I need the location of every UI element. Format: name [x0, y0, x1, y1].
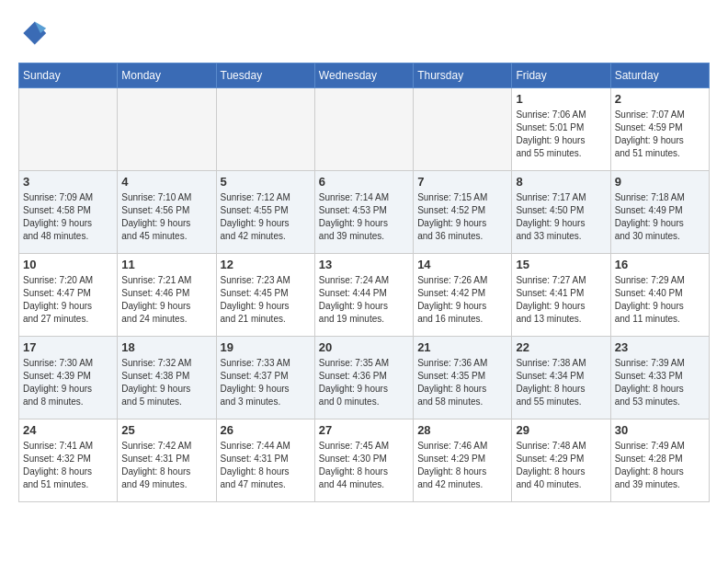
day-number: 27 [319, 423, 409, 437]
day-number: 10 [23, 258, 113, 271]
day-number: 24 [23, 423, 113, 437]
svg-marker-0 [23, 22, 46, 45]
weekday-header-thursday: Thursday [414, 63, 512, 88]
calendar-cell: 14Sunrise: 7:26 AM Sunset: 4:42 PM Dayli… [414, 254, 512, 337]
day-number: 23 [615, 340, 705, 354]
day-info: Sunrise: 7:30 AM Sunset: 4:39 PM Dayligh… [23, 357, 113, 408]
calendar-cell: 16Sunrise: 7:29 AM Sunset: 4:40 PM Dayli… [610, 254, 709, 337]
calendar-cell [414, 88, 512, 171]
day-info: Sunrise: 7:42 AM Sunset: 4:31 PM Dayligh… [121, 440, 211, 491]
day-info: Sunrise: 7:20 AM Sunset: 4:47 PM Dayligh… [23, 274, 113, 326]
calendar-cell: 26Sunrise: 7:44 AM Sunset: 4:31 PM Dayli… [216, 419, 314, 502]
day-number: 18 [121, 340, 211, 354]
day-info: Sunrise: 7:07 AM Sunset: 4:59 PM Dayligh… [615, 109, 705, 160]
calendar-cell [314, 88, 413, 171]
weekday-header-tuesday: Tuesday [216, 63, 314, 88]
calendar-cell: 27Sunrise: 7:45 AM Sunset: 4:30 PM Dayli… [314, 419, 413, 502]
day-number: 28 [417, 423, 507, 437]
calendar-cell: 29Sunrise: 7:48 AM Sunset: 4:29 PM Dayli… [512, 419, 610, 502]
day-number: 3 [23, 175, 113, 189]
day-number: 25 [121, 423, 211, 437]
calendar-cell: 24Sunrise: 7:41 AM Sunset: 4:32 PM Dayli… [19, 419, 118, 502]
calendar-cell: 28Sunrise: 7:46 AM Sunset: 4:29 PM Dayli… [414, 419, 512, 502]
day-number: 11 [121, 258, 211, 271]
day-number: 29 [516, 423, 606, 437]
week-row-3: 10Sunrise: 7:20 AM Sunset: 4:47 PM Dayli… [19, 254, 710, 337]
day-info: Sunrise: 7:39 AM Sunset: 4:33 PM Dayligh… [615, 357, 705, 408]
day-number: 19 [221, 340, 311, 354]
day-info: Sunrise: 7:29 AM Sunset: 4:40 PM Dayligh… [615, 274, 705, 326]
calendar-cell: 15Sunrise: 7:27 AM Sunset: 4:41 PM Dayli… [512, 254, 610, 337]
day-number: 4 [121, 175, 211, 189]
week-row-1: 1Sunrise: 7:06 AM Sunset: 5:01 PM Daylig… [19, 88, 710, 171]
calendar-cell: 20Sunrise: 7:35 AM Sunset: 4:36 PM Dayli… [314, 337, 413, 419]
calendar-cell: 5Sunrise: 7:12 AM Sunset: 4:55 PM Daylig… [216, 171, 314, 254]
calendar-cell [118, 88, 216, 171]
calendar-cell: 8Sunrise: 7:17 AM Sunset: 4:50 PM Daylig… [512, 171, 610, 254]
day-info: Sunrise: 7:48 AM Sunset: 4:29 PM Dayligh… [516, 440, 606, 491]
day-number: 14 [417, 258, 507, 271]
calendar-cell: 3Sunrise: 7:09 AM Sunset: 4:58 PM Daylig… [19, 171, 118, 254]
logo-icon [18, 18, 48, 48]
calendar-cell: 2Sunrise: 7:07 AM Sunset: 4:59 PM Daylig… [610, 88, 709, 171]
day-info: Sunrise: 7:14 AM Sunset: 4:53 PM Dayligh… [319, 191, 409, 243]
weekday-header-monday: Monday [118, 63, 216, 88]
calendar-cell: 1Sunrise: 7:06 AM Sunset: 5:01 PM Daylig… [512, 88, 610, 171]
day-info: Sunrise: 7:23 AM Sunset: 4:45 PM Dayligh… [221, 274, 311, 326]
day-info: Sunrise: 7:36 AM Sunset: 4:35 PM Dayligh… [417, 357, 507, 408]
calendar-cell: 17Sunrise: 7:30 AM Sunset: 4:39 PM Dayli… [19, 337, 118, 419]
day-number: 30 [615, 423, 705, 437]
calendar-cell: 21Sunrise: 7:36 AM Sunset: 4:35 PM Dayli… [414, 337, 512, 419]
day-info: Sunrise: 7:06 AM Sunset: 5:01 PM Dayligh… [516, 109, 606, 160]
day-info: Sunrise: 7:38 AM Sunset: 4:34 PM Dayligh… [516, 357, 606, 408]
day-number: 22 [516, 340, 606, 354]
day-info: Sunrise: 7:27 AM Sunset: 4:41 PM Dayligh… [516, 274, 606, 326]
calendar-cell [216, 88, 314, 171]
day-info: Sunrise: 7:26 AM Sunset: 4:42 PM Dayligh… [417, 274, 507, 326]
day-number: 8 [516, 175, 606, 189]
page-header [18, 18, 710, 48]
day-number: 1 [516, 92, 606, 106]
day-info: Sunrise: 7:32 AM Sunset: 4:38 PM Dayligh… [121, 357, 211, 408]
week-row-2: 3Sunrise: 7:09 AM Sunset: 4:58 PM Daylig… [19, 171, 710, 254]
calendar-cell: 9Sunrise: 7:18 AM Sunset: 4:49 PM Daylig… [610, 171, 709, 254]
week-row-5: 24Sunrise: 7:41 AM Sunset: 4:32 PM Dayli… [19, 419, 710, 502]
day-number: 15 [516, 258, 606, 271]
calendar-cell: 6Sunrise: 7:14 AM Sunset: 4:53 PM Daylig… [314, 171, 413, 254]
day-number: 17 [23, 340, 113, 354]
day-info: Sunrise: 7:24 AM Sunset: 4:44 PM Dayligh… [319, 274, 409, 326]
calendar-cell: 10Sunrise: 7:20 AM Sunset: 4:47 PM Dayli… [19, 254, 118, 337]
day-info: Sunrise: 7:09 AM Sunset: 4:58 PM Dayligh… [23, 191, 113, 243]
week-row-4: 17Sunrise: 7:30 AM Sunset: 4:39 PM Dayli… [19, 337, 710, 419]
logo [18, 18, 51, 48]
day-info: Sunrise: 7:46 AM Sunset: 4:29 PM Dayligh… [417, 440, 507, 491]
calendar-cell: 25Sunrise: 7:42 AM Sunset: 4:31 PM Dayli… [118, 419, 216, 502]
calendar-cell: 23Sunrise: 7:39 AM Sunset: 4:33 PM Dayli… [610, 337, 709, 419]
day-info: Sunrise: 7:18 AM Sunset: 4:49 PM Dayligh… [615, 191, 705, 243]
day-info: Sunrise: 7:49 AM Sunset: 4:28 PM Dayligh… [615, 440, 705, 491]
calendar-cell: 30Sunrise: 7:49 AM Sunset: 4:28 PM Dayli… [610, 419, 709, 502]
day-number: 21 [417, 340, 507, 354]
day-info: Sunrise: 7:17 AM Sunset: 4:50 PM Dayligh… [516, 191, 606, 243]
day-info: Sunrise: 7:10 AM Sunset: 4:56 PM Dayligh… [121, 191, 211, 243]
calendar-cell: 4Sunrise: 7:10 AM Sunset: 4:56 PM Daylig… [118, 171, 216, 254]
day-info: Sunrise: 7:41 AM Sunset: 4:32 PM Dayligh… [23, 440, 113, 491]
weekday-header-saturday: Saturday [610, 63, 709, 88]
calendar-cell: 12Sunrise: 7:23 AM Sunset: 4:45 PM Dayli… [216, 254, 314, 337]
day-number: 7 [417, 175, 507, 189]
calendar-cell: 22Sunrise: 7:38 AM Sunset: 4:34 PM Dayli… [512, 337, 610, 419]
calendar-cell: 11Sunrise: 7:21 AM Sunset: 4:46 PM Dayli… [118, 254, 216, 337]
day-number: 26 [221, 423, 311, 437]
day-info: Sunrise: 7:21 AM Sunset: 4:46 PM Dayligh… [121, 274, 211, 326]
day-info: Sunrise: 7:12 AM Sunset: 4:55 PM Dayligh… [221, 191, 311, 243]
day-info: Sunrise: 7:15 AM Sunset: 4:52 PM Dayligh… [417, 191, 507, 243]
weekday-header-wednesday: Wednesday [314, 63, 413, 88]
calendar-cell: 13Sunrise: 7:24 AM Sunset: 4:44 PM Dayli… [314, 254, 413, 337]
day-number: 6 [319, 175, 409, 189]
calendar-table: SundayMondayTuesdayWednesdayThursdayFrid… [18, 63, 710, 502]
calendar-cell: 19Sunrise: 7:33 AM Sunset: 4:37 PM Dayli… [216, 337, 314, 419]
calendar-cell: 7Sunrise: 7:15 AM Sunset: 4:52 PM Daylig… [414, 171, 512, 254]
day-info: Sunrise: 7:33 AM Sunset: 4:37 PM Dayligh… [221, 357, 311, 408]
weekday-header-friday: Friday [512, 63, 610, 88]
day-info: Sunrise: 7:45 AM Sunset: 4:30 PM Dayligh… [319, 440, 409, 491]
